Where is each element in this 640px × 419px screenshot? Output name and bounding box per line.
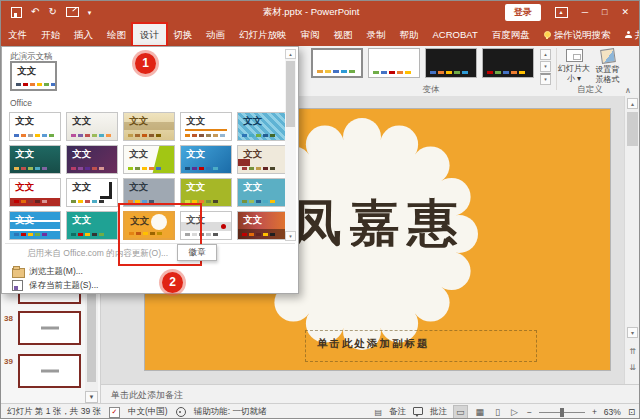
panel-scroll-down-icon[interactable]: ▾ bbox=[285, 231, 296, 241]
theme-thumbnail[interactable]: 文文 bbox=[237, 178, 289, 207]
panel-scroll-up-icon[interactable]: ▴ bbox=[285, 49, 296, 59]
tab-共享[interactable]: 共享 bbox=[618, 23, 640, 46]
format-background-button[interactable]: 设置背景格式 bbox=[592, 49, 623, 84]
editor-scrollbar[interactable]: ▴ ▾ ⇈ ⇊ bbox=[624, 96, 640, 384]
theme-thumbnail[interactable]: 文文 bbox=[66, 178, 118, 207]
collapse-ribbon-icon[interactable]: ∧ bbox=[625, 86, 631, 95]
customize-group-label: 自定义 bbox=[557, 84, 623, 96]
slideshow-view-button[interactable]: ▷ bbox=[509, 406, 520, 419]
tab-label: 绘图 bbox=[107, 23, 126, 46]
slide-thumbnail-38[interactable] bbox=[18, 311, 81, 345]
theme-sample-text: 文文 bbox=[12, 66, 55, 76]
customize-qat-icon[interactable]: ▾ bbox=[88, 9, 92, 16]
zoom-in-button[interactable]: + bbox=[592, 407, 597, 417]
browse-themes-item[interactable]: 浏览主题(M)... bbox=[29, 266, 83, 278]
tab-审阅[interactable]: 审阅 bbox=[294, 23, 327, 46]
theme-thumbnail[interactable]: 文文 bbox=[9, 178, 61, 207]
theme-thumbnail[interactable]: 文文 bbox=[237, 112, 289, 141]
slide-size-button[interactable]: 幻灯片大小 ▾ bbox=[557, 49, 591, 83]
theme-sample-text: 文文 bbox=[124, 182, 174, 192]
theme-thumbnail[interactable]: 文文 bbox=[237, 211, 289, 240]
theme-thumbnail[interactable]: 文文 bbox=[9, 112, 61, 141]
gallery-scroll-down-icon[interactable]: ▾ bbox=[540, 61, 551, 72]
theme-thumbnail[interactable]: 文文 bbox=[9, 211, 61, 240]
accessibility-status[interactable]: 辅助功能: 一切就绪 bbox=[194, 406, 267, 418]
save-current-theme-item[interactable]: 保存当前主题(S)... bbox=[29, 280, 98, 292]
tab-绘图[interactable]: 绘图 bbox=[100, 23, 133, 46]
variant-thumbnail[interactable] bbox=[311, 48, 363, 78]
ribbon-display-options-icon[interactable]: ▴ bbox=[555, 7, 568, 18]
tab-幻灯片放映[interactable]: 幻灯片放映 bbox=[232, 23, 294, 46]
editor-scrollbar-thumb[interactable] bbox=[627, 112, 638, 146]
theme-thumbnail[interactable]: 文文 bbox=[180, 145, 232, 174]
fit-to-window-icon[interactable]: ⊡ bbox=[628, 407, 635, 417]
theme-thumbnail[interactable]: 文文 bbox=[237, 145, 289, 174]
theme-thumbnail[interactable]: 文文 bbox=[66, 145, 118, 174]
notes-placeholder-text: 单击此处添加备注 bbox=[111, 389, 183, 402]
theme-thumbnail[interactable]: 文文 bbox=[123, 145, 175, 174]
sign-in-button[interactable]: 登录 bbox=[505, 4, 541, 21]
tab-文件[interactable]: 文件 bbox=[1, 23, 34, 46]
tab-开始[interactable]: 开始 bbox=[34, 23, 67, 46]
slide-sorter-view-button[interactable]: ▦ bbox=[474, 406, 487, 419]
next-slide-icon[interactable]: ⇊ bbox=[627, 363, 638, 372]
tab-ACROBAT[interactable]: ACROBAT bbox=[426, 23, 485, 46]
annotation-step-2: 2 bbox=[162, 272, 183, 293]
zoom-level[interactable]: 63% bbox=[604, 407, 621, 417]
tab-设计[interactable]: 设计 bbox=[133, 23, 166, 46]
tab-视图[interactable]: 视图 bbox=[327, 23, 360, 46]
variant-thumbnail[interactable] bbox=[425, 48, 477, 78]
variant-thumbnail[interactable] bbox=[368, 48, 420, 78]
theme-thumbnail[interactable]: 文文 bbox=[66, 112, 118, 141]
maximize-button[interactable]: □ bbox=[602, 8, 607, 17]
theme-thumbnail[interactable]: 文文 bbox=[180, 178, 232, 207]
close-button[interactable]: ✕ bbox=[621, 8, 629, 17]
theme-thumbnail-badge[interactable]: 文文 bbox=[123, 211, 175, 240]
thumbnail-scrollbar-thumb[interactable] bbox=[87, 294, 96, 382]
thumbnail-scrollbar[interactable]: ▼ bbox=[85, 294, 98, 403]
previous-slide-icon[interactable]: ⇈ bbox=[627, 347, 638, 356]
redo-icon[interactable]: ↻ bbox=[48, 7, 56, 17]
tab-录制[interactable]: 录制 bbox=[360, 23, 393, 46]
thumbnail-content-placeholder bbox=[41, 370, 59, 373]
comments-toggle-button[interactable]: 批注 bbox=[430, 406, 447, 418]
theme-thumbnail[interactable]: 文文 bbox=[9, 145, 61, 174]
theme-thumbnail[interactable]: 文文 bbox=[123, 178, 175, 207]
tab-切换[interactable]: 切换 bbox=[166, 23, 199, 46]
zoom-slider[interactable] bbox=[539, 408, 585, 417]
language-indicator[interactable]: 中文(中国) bbox=[128, 406, 168, 418]
slide-thumbnail-39[interactable] bbox=[18, 354, 81, 388]
tab-插入[interactable]: 插入 bbox=[67, 23, 100, 46]
save-icon[interactable] bbox=[11, 7, 22, 18]
tab-动画[interactable]: 动画 bbox=[199, 23, 232, 46]
subtitle-placeholder[interactable]: 单击此处添加副标题 bbox=[305, 330, 537, 362]
theme-sample-text: 文文 bbox=[67, 182, 117, 192]
undo-icon[interactable]: ↶ bbox=[31, 7, 39, 17]
zoom-slider-thumb[interactable] bbox=[560, 408, 564, 417]
tab-操作说明搜索[interactable]: 操作说明搜索 bbox=[537, 23, 618, 46]
scroll-down-icon[interactable]: ▾ bbox=[627, 327, 638, 338]
zoom-out-button[interactable]: − bbox=[527, 407, 532, 417]
theme-thumbnail[interactable]: 文文 bbox=[66, 211, 118, 240]
theme-thumbnail[interactable]: 文文 bbox=[123, 112, 175, 141]
thumbnail-scroll-down-icon[interactable]: ▼ bbox=[85, 391, 98, 403]
office-section-label: Office bbox=[10, 98, 32, 108]
notes-pane[interactable]: 单击此处添加备注 bbox=[101, 384, 640, 403]
normal-view-button[interactable]: ▭ bbox=[454, 406, 467, 419]
spell-check-icon[interactable]: ✓ bbox=[109, 407, 120, 418]
minimize-button[interactable]: ─ bbox=[582, 8, 588, 17]
subtitle-placeholder-text: 单击此处添加副标题 bbox=[317, 337, 430, 351]
notes-toggle-button[interactable]: 备注 bbox=[389, 406, 406, 418]
tab-百度网盘[interactable]: 百度网盘 bbox=[485, 23, 537, 46]
tab-帮助[interactable]: 帮助 bbox=[393, 23, 426, 46]
theme-thumbnail[interactable]: 文文 bbox=[180, 211, 232, 240]
panel-scrollbar[interactable]: ▴ ▾ bbox=[285, 49, 296, 241]
theme-thumbnail[interactable]: 文文 bbox=[180, 112, 232, 141]
reading-view-button[interactable]: ▯ bbox=[493, 406, 502, 419]
theme-color-strip bbox=[242, 233, 275, 236]
gallery-scroll-up-icon[interactable]: ▴ bbox=[540, 49, 551, 60]
start-slideshow-icon[interactable] bbox=[66, 7, 79, 17]
current-theme-thumbnail[interactable]: 文文 bbox=[10, 61, 57, 91]
variant-thumbnail[interactable] bbox=[482, 48, 534, 78]
scroll-up-icon[interactable]: ▴ bbox=[627, 98, 638, 109]
